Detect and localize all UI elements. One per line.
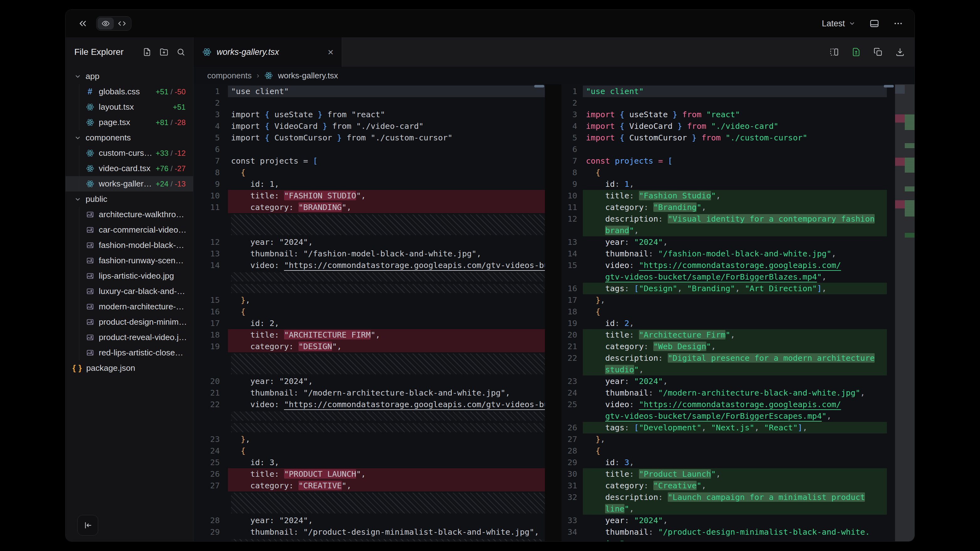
diff-file-icon[interactable] bbox=[851, 47, 861, 57]
sidebar-item-package.json[interactable]: { }package.json bbox=[65, 360, 193, 376]
version-selector[interactable]: Latest bbox=[822, 19, 856, 29]
modified-line-11[interactable]: 11 category: "Branding", bbox=[562, 202, 887, 213]
breadcrumb-folder[interactable]: components bbox=[207, 71, 252, 81]
close-tab-icon[interactable]: × bbox=[328, 47, 334, 57]
modified-line-15[interactable]: 15 video: "https://commondatastorage.goo… bbox=[562, 259, 887, 271]
original-line-24[interactable]: 24 { bbox=[193, 445, 545, 457]
original-line-4[interactable]: 4import { VideoCard } from "./video-card… bbox=[193, 121, 545, 132]
original-line-27[interactable]: 27 category: "CREATIVE", bbox=[193, 480, 545, 491]
sidebar-item-architecture-walkthro-[interactable]: architecture-walkthro… bbox=[65, 207, 193, 222]
sidebar-item-video-card.tsx[interactable]: video-card.tsx+76 / -27 bbox=[65, 161, 193, 176]
diff-pane-original[interactable]: 1"use client"23import { useState } from … bbox=[193, 84, 545, 541]
modified-line-wrap[interactable]: studio", bbox=[562, 364, 887, 375]
modified-line-wrap[interactable]: jpg", bbox=[562, 538, 887, 541]
modified-line-23[interactable]: 23 year: "2024", bbox=[562, 375, 887, 387]
modified-line-6[interactable]: 6 bbox=[562, 143, 887, 155]
modified-line-1[interactable]: 1"use client" bbox=[562, 86, 887, 97]
copy-icon[interactable] bbox=[873, 47, 883, 57]
original-line-6[interactable]: 6 bbox=[193, 143, 545, 155]
original-line-20[interactable]: 20 year: "2024", bbox=[193, 375, 545, 387]
original-line-7[interactable]: 7const projects = [ bbox=[193, 155, 545, 167]
modified-line-20[interactable]: 20 title: "Architecture Firm", bbox=[562, 329, 887, 341]
modified-line-32[interactable]: 32 description: "Launch campaign for a m… bbox=[562, 491, 887, 503]
modified-line-wrap[interactable]: line", bbox=[562, 503, 887, 514]
original-line-26[interactable]: 26 title: "PRODUCT LAUNCH", bbox=[193, 468, 545, 480]
collapse-sidebar-button[interactable] bbox=[78, 515, 98, 536]
original-line-9[interactable]: 9 id: 1, bbox=[193, 178, 545, 190]
panel-bottom-icon[interactable] bbox=[869, 19, 879, 29]
diff-pane-modified[interactable]: 1"use client"23import { useState } from … bbox=[562, 84, 915, 541]
breadcrumb-file[interactable]: works-gallery.tsx bbox=[278, 71, 338, 81]
new-file-icon[interactable] bbox=[142, 47, 152, 57]
modified-line-22[interactable]: 22 description: "Digital presence for a … bbox=[562, 352, 887, 364]
modified-line-4[interactable]: 4import { VideoCard } from "./video-card… bbox=[562, 121, 887, 132]
sidebar-item-product-reveal-video.j-[interactable]: product-reveal-video.j… bbox=[65, 330, 193, 345]
tab-works-gallery[interactable]: works-gallery.tsx × bbox=[193, 37, 342, 67]
download-icon[interactable] bbox=[895, 47, 905, 57]
original-line-5[interactable]: 5import { CustomCursor } from "./custom-… bbox=[193, 132, 545, 143]
sidebar-item-car-commercial-video-[interactable]: car-commercial-video… bbox=[65, 222, 193, 238]
modified-line-3[interactable]: 3import { useState } from "react" bbox=[562, 109, 887, 121]
sidebar-item-globals.css[interactable]: #globals.css+51 / -50 bbox=[65, 84, 193, 99]
new-folder-icon[interactable] bbox=[159, 47, 169, 57]
original-line-8[interactable]: 8 { bbox=[193, 167, 545, 178]
sidebar-item-fashion-runway-scen-[interactable]: fashion-runway-scen… bbox=[65, 253, 193, 268]
modified-line-12[interactable]: 12 description: "Visual identity for a c… bbox=[562, 213, 887, 225]
modified-line-19[interactable]: 19 id: 2, bbox=[562, 318, 887, 329]
horizontal-scrollbar[interactable] bbox=[534, 85, 544, 87]
original-line-18[interactable]: 18 title: "ARCHITECTURE FIRM", bbox=[193, 329, 545, 341]
modified-line-24[interactable]: 24 thumbnail: "/modern-architecture-blac… bbox=[562, 387, 887, 399]
modified-line-wrap[interactable]: brand", bbox=[562, 225, 887, 236]
original-line-10[interactable]: 10 title: "FASHION STUDIO", bbox=[193, 190, 545, 202]
original-line-21[interactable]: 21 thumbnail: "/modern-architecture-blac… bbox=[193, 387, 545, 399]
modified-line-29[interactable]: 29 id: 3, bbox=[562, 457, 887, 468]
original-line-25[interactable]: 25 id: 3, bbox=[193, 457, 545, 468]
original-line-29[interactable]: 29 thumbnail: "/product-design-minimalis… bbox=[193, 526, 545, 538]
collapse-panel-icon[interactable] bbox=[78, 18, 88, 29]
modified-line-wrap[interactable]: gtv-videos-bucket/sample/ForBiggerBlazes… bbox=[562, 271, 887, 283]
original-line-1[interactable]: 1"use client" bbox=[193, 86, 545, 97]
split-editor-icon[interactable] bbox=[829, 47, 839, 57]
modified-line-28[interactable]: 28 { bbox=[562, 445, 887, 457]
original-line-14[interactable]: 14 video: "https://commondatastorage.goo… bbox=[193, 259, 545, 271]
original-line-28[interactable]: 28 year: "2024", bbox=[193, 514, 545, 526]
modified-line-8[interactable]: 8 { bbox=[562, 167, 887, 178]
modified-line-27[interactable]: 27 }, bbox=[562, 433, 887, 445]
modified-line-17[interactable]: 17 }, bbox=[562, 294, 887, 306]
sidebar-folder-app[interactable]: app bbox=[65, 69, 193, 84]
modified-line-31[interactable]: 31 category: "Creative", bbox=[562, 480, 887, 491]
modified-line-2[interactable]: 2 bbox=[562, 97, 887, 109]
sidebar-item-product-design-minim-[interactable]: product-design-minim… bbox=[65, 314, 193, 330]
modified-line-18[interactable]: 18 { bbox=[562, 306, 887, 318]
original-line-3[interactable]: 3import { useState } from "react" bbox=[193, 109, 545, 121]
modified-line-34[interactable]: 34 thumbnail: "/product-design-minimalis… bbox=[562, 526, 887, 538]
modified-line-33[interactable]: 33 year: "2024", bbox=[562, 514, 887, 526]
original-line-19[interactable]: 19 category: "DESIGN", bbox=[193, 341, 545, 352]
original-line-16[interactable]: 16 { bbox=[193, 306, 545, 318]
original-line-22[interactable]: 22 video: "https://commondatastorage.goo… bbox=[193, 399, 545, 410]
modified-line-26[interactable]: 26 tags: ["Development", "Next.js", "Rea… bbox=[562, 422, 887, 433]
horizontal-scrollbar[interactable] bbox=[884, 85, 894, 87]
sidebar-item-lips-artistic-video.jpg[interactable]: lips-artistic-video.jpg bbox=[65, 268, 193, 284]
original-line-12[interactable]: 12 year: "2024", bbox=[193, 236, 545, 248]
diff-overview-minimap[interactable] bbox=[895, 84, 915, 541]
sidebar-item-red-lips-artistic-close-[interactable]: red-lips-artistic-close… bbox=[65, 345, 193, 360]
modified-line-5[interactable]: 5import { CustomCursor } from "./custom-… bbox=[562, 132, 887, 143]
sidebar-item-layout.tsx[interactable]: layout.tsx+51 bbox=[65, 99, 193, 115]
modified-line-7[interactable]: 7const projects = [ bbox=[562, 155, 887, 167]
modified-line-16[interactable]: 16 tags: ["Design", "Branding", "Art Dir… bbox=[562, 283, 887, 294]
sidebar-item-works-galler-[interactable]: works-galler…+24 / -13 bbox=[65, 176, 193, 192]
modified-line-wrap[interactable]: gtv-videos-bucket/sample/ForBiggerEscape… bbox=[562, 410, 887, 422]
original-line-23[interactable]: 23 }, bbox=[193, 433, 545, 445]
modified-line-9[interactable]: 9 id: 1, bbox=[562, 178, 887, 190]
modified-line-14[interactable]: 14 thumbnail: "/fashion-model-black-and-… bbox=[562, 248, 887, 259]
sidebar-item-luxury-car-black-and-[interactable]: luxury-car-black-and-… bbox=[65, 284, 193, 299]
original-line-11[interactable]: 11 category: "BRANDING", bbox=[193, 202, 545, 213]
modified-line-25[interactable]: 25 video: "https://commondatastorage.goo… bbox=[562, 399, 887, 410]
original-line-17[interactable]: 17 id: 2, bbox=[193, 318, 545, 329]
preview-toggle-button[interactable] bbox=[97, 17, 114, 29]
more-options-icon[interactable] bbox=[893, 19, 903, 29]
original-line-15[interactable]: 15 }, bbox=[193, 294, 545, 306]
modified-line-21[interactable]: 21 category: "Web Design", bbox=[562, 341, 887, 352]
sidebar-folder-public[interactable]: public bbox=[65, 192, 193, 207]
